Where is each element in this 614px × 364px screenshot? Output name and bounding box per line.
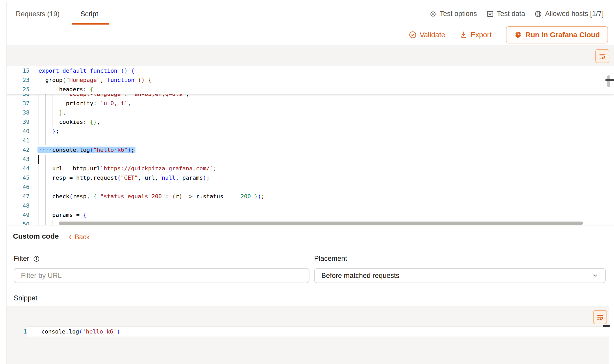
code-text: ····console.log("hello·k6"); <box>39 145 135 155</box>
code-token <box>39 109 59 116</box>
code-line[interactable]: 38 }, <box>7 108 614 117</box>
code-token: null <box>162 175 176 181</box>
code-token: ; <box>213 165 217 172</box>
line-number: 23 <box>7 75 39 85</box>
line-number: 25 <box>7 85 39 94</box>
export-label: Export <box>471 31 491 39</box>
code-token: `u=0, i` <box>100 100 127 107</box>
download-icon <box>460 31 468 39</box>
filter-label: Filter <box>14 255 29 263</box>
allowed-hosts-label: Allowed hosts [1/7] <box>545 10 604 18</box>
code-line[interactable]: 48 <box>7 201 614 210</box>
test-options-button[interactable]: Test options <box>429 10 477 18</box>
code-token: ( <box>90 147 93 153</box>
text-cursor <box>38 155 39 164</box>
code-token: ` <box>210 165 213 172</box>
code-token: cookies: <box>39 119 90 125</box>
code-line[interactable]: 46 <box>7 183 614 192</box>
filter-input[interactable]: Filter by URL <box>14 268 309 283</box>
code-line[interactable]: 40 }; <box>7 127 614 136</box>
code-line[interactable]: 39 cookies: {}, <box>7 117 614 127</box>
validate-button[interactable]: Validate <box>409 31 445 39</box>
snippet-word-wrap-button[interactable] <box>593 310 607 324</box>
code-token: ( <box>117 175 121 181</box>
code-line[interactable]: 49 params = { <box>7 210 614 220</box>
filter-placeholder: Filter by URL <box>21 272 62 280</box>
validate-check-circle-icon <box>409 31 417 39</box>
snippet-scrollbar-thumb[interactable] <box>603 325 610 327</box>
tab-script[interactable]: Script <box>80 10 98 18</box>
code-token: "hello <box>93 147 114 153</box>
code-link[interactable]: https://quickpizza.grafana.com/ <box>104 165 210 172</box>
back-button[interactable]: Back <box>68 233 90 241</box>
code-text: group("Homepage", function () { <box>39 75 151 85</box>
code-line[interactable]: 15export default function () { <box>7 66 614 75</box>
code-token: ( <box>69 193 73 200</box>
indent-guide <box>45 155 46 164</box>
code-line[interactable]: 37 priority: `u=0, i`, <box>7 99 614 108</box>
code-token: {} <box>90 119 97 125</box>
code-line[interactable]: 41 <box>7 136 614 145</box>
code-line[interactable]: 47 check(resp, { "status equals 200": (r… <box>7 192 614 201</box>
code-line[interactable]: 44 url = http.url`https://quickpizza.gra… <box>7 164 614 173</box>
allowed-hosts-button[interactable]: Allowed hosts [1/7] <box>534 10 604 18</box>
code-line[interactable]: 36 "accept-language": "en-US,en;q=0.9", <box>7 94 614 99</box>
run-in-grafana-cloud-button[interactable]: Run in Grafana Cloud <box>506 26 608 43</box>
code-line[interactable]: 45 resp = http.request("GET", url, null,… <box>7 173 614 183</box>
indent-guide <box>39 99 39 108</box>
code-token: function <box>107 77 138 83</box>
code-token: : <box>124 94 131 97</box>
code-token: ···· <box>39 147 52 153</box>
tab-requests[interactable]: Requests (19) <box>16 10 60 18</box>
export-button[interactable]: Export <box>460 31 491 39</box>
code-token: "Homepage" <box>66 77 100 83</box>
test-data-button[interactable]: Test data <box>486 10 525 18</box>
validate-label: Validate <box>420 31 445 39</box>
indent-guide <box>39 183 39 192</box>
editor-horizontal-scrollbar[interactable] <box>59 222 583 225</box>
indent-guide <box>39 117 39 127</box>
code-token: "GET" <box>121 175 138 181</box>
indent-guide <box>52 99 52 108</box>
editor-vertical-scrollbar[interactable] <box>607 75 610 87</box>
code-text: export default function () { <box>39 66 134 75</box>
indent-guide <box>39 201 39 210</box>
indent-guide <box>45 220 46 225</box>
line-number: 15 <box>7 66 39 75</box>
code-line[interactable]: 42····console.log("hello·k6"); <box>7 145 614 155</box>
chevron-down-icon <box>592 272 598 279</box>
snippet-code-line[interactable]: console.log('hello k6') <box>41 327 120 336</box>
placement-select[interactable]: Before matched requests <box>314 268 606 283</box>
code-token: ( <box>79 328 82 335</box>
header-actions: Test options Test data Allowed hosts [1/… <box>429 10 604 18</box>
code-token: { <box>90 86 93 93</box>
code-token: } <box>254 193 258 200</box>
code-line[interactable]: 25 headers: { <box>7 85 614 94</box>
info-icon[interactable] <box>33 255 40 262</box>
word-wrap-icon <box>596 314 604 321</box>
back-label: Back <box>75 233 90 241</box>
code-token: () { <box>121 67 134 74</box>
word-wrap-icon <box>598 52 606 60</box>
custom-code-title: Custom code <box>13 232 59 240</box>
test-options-label: Test options <box>440 10 477 18</box>
code-token: ) <box>127 147 131 153</box>
line-number: 39 <box>7 117 39 127</box>
code-token: ; <box>131 147 134 153</box>
code-token: group <box>39 77 63 83</box>
word-wrap-toggle-button[interactable] <box>595 49 609 63</box>
code-token: url = http.url <box>39 165 100 172</box>
placement-label: Placement <box>314 255 347 263</box>
indent-guide <box>45 94 46 99</box>
code-token: ( <box>63 77 66 83</box>
code-line[interactable]: 43 <box>7 155 614 164</box>
code-token: console.log <box>41 328 79 335</box>
code-line[interactable]: 23 group("Homepage", function () { <box>7 75 614 85</box>
indent-guide <box>39 210 39 220</box>
script-code-editor[interactable]: 36 "accept-language": "en-US,en;q=0.9",3… <box>7 66 614 225</box>
sticky-scroll-lines: 15export default function () {23 group("… <box>7 66 614 94</box>
code-token: ) <box>203 175 206 181</box>
snippet-label-row: Snippet <box>14 294 37 302</box>
code-token: · <box>114 147 117 153</box>
indent-guide <box>52 108 52 117</box>
